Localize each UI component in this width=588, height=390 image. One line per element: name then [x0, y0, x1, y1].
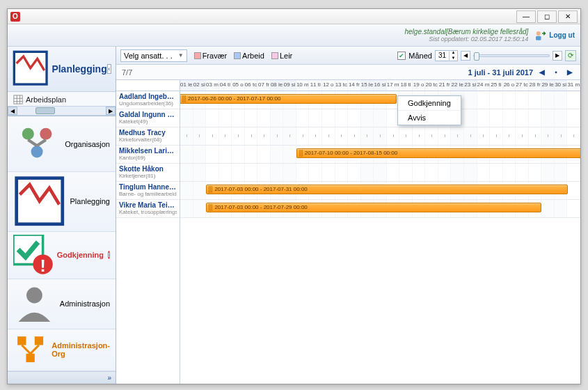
- nav-item-label: Administrasjon: [60, 299, 110, 308]
- expand-more-button[interactable]: »: [107, 374, 111, 382]
- person-row-name[interactable]: Skotte HåkonKirketjener(81): [116, 164, 180, 182]
- person-row-name[interactable]: Vikre Maria TeistedalKateket, trosopplær…: [116, 200, 180, 218]
- alert-badge-icon: !: [108, 251, 110, 259]
- gantt-bar[interactable]: 2017-07-10 00:00 - 2017-08-15 00:00: [296, 148, 580, 158]
- days-spinner[interactable]: 31 ▲▼: [435, 50, 458, 61]
- day-col-11: 11 ti: [309, 80, 322, 91]
- svg-rect-34: [17, 336, 26, 345]
- next-page-button[interactable]: ▶: [553, 51, 562, 61]
- refresh-button[interactable]: ⟳: [565, 50, 576, 61]
- svg-rect-3: [14, 95, 22, 104]
- range-next-button[interactable]: ▶: [565, 68, 575, 77]
- grip-icon: [209, 204, 213, 211]
- combo-label: Velg ansatt. . .: [124, 52, 173, 60]
- chevron-down-icon: ▼: [178, 52, 184, 58]
- gantt-grid[interactable]: 01 le02 si03 m04 ti05 o06 tc07 fr08 le09…: [180, 80, 580, 384]
- gantt-name-column: Aadland IngeborgUngdomsarbeider(36)Galda…: [116, 80, 180, 384]
- scroll-right-button[interactable]: ▶: [106, 107, 116, 115]
- bar-label: 2017-07-10 00:00 - 2017-08-15 00:00: [305, 150, 397, 156]
- zoom-slider[interactable]: [473, 54, 550, 57]
- nav-item-label: Planlegging: [70, 197, 111, 205]
- person-name: Skotte Håkon: [119, 165, 177, 173]
- person-row-name[interactable]: Tinglum Hanne WennbergBarne- og familiea…: [116, 182, 180, 200]
- day-col-8: 08 le: [271, 80, 284, 91]
- gantt-bar[interactable]: 2017-07-03 00:00 - 2017-07-31 00:00: [206, 185, 567, 194]
- day-col-23: 23 si: [464, 80, 477, 91]
- context-menu-avvis[interactable]: Avvis: [398, 111, 461, 125]
- org-orange-icon: [13, 332, 47, 368]
- sidebar: Planlegging ‹ ArbeidsplanTimeregistrerin…: [8, 47, 116, 384]
- gantt-row[interactable]: [180, 127, 580, 146]
- spin-up[interactable]: ▲: [449, 50, 457, 56]
- svg-point-25: [40, 128, 51, 140]
- close-button[interactable]: ✕: [558, 10, 578, 23]
- slider-thumb[interactable]: [474, 52, 479, 61]
- day-col-24: 24 m: [477, 80, 491, 91]
- context-menu: Godkjenning Avvis: [397, 95, 461, 125]
- sidebar-bottom-nav: OrganisasjonPlanlegging!Godkjenning!Admi…: [8, 116, 116, 384]
- scroll-left-button[interactable]: ◀: [8, 107, 17, 115]
- person-row-name[interactable]: Galdal Ingunn BeritKateket(49): [116, 109, 180, 127]
- legend-label: Leir: [280, 52, 292, 60]
- nav-item-organisasjon[interactable]: Organisasjon: [8, 116, 116, 171]
- sidebar-title: Planlegging: [51, 63, 106, 75]
- maned-label: Måned: [408, 52, 432, 60]
- svg-rect-36: [26, 354, 34, 362]
- person-row-name[interactable]: Medhus TracyKirkeforvalter(68): [116, 127, 180, 146]
- org-icon: [13, 119, 61, 168]
- gantt-bar[interactable]: 2017-07-03 00:00 - 2017-07-29 00:00: [206, 203, 541, 212]
- day-col-30: 30 si: [555, 80, 568, 91]
- nav-item-administrasjon[interactable]: Administrasjon: [8, 279, 116, 329]
- sidebar-hscroll[interactable]: ◀ ▶: [8, 106, 116, 116]
- plan-icon: [13, 175, 66, 229]
- bar-label: 2017-06-26 00:00 - 2017-07-17 00:00: [188, 95, 280, 102]
- maned-checkbox[interactable]: ✔: [397, 52, 406, 60]
- sidebar-collapse-button[interactable]: ‹: [107, 64, 111, 74]
- swatch-icon: [271, 52, 278, 59]
- minimize-button[interactable]: —: [516, 10, 536, 23]
- person-name: Vikre Maria Teistedal: [119, 201, 177, 209]
- person-row-name[interactable]: Aadland IngeborgUngdomsarbeider(36): [116, 91, 180, 109]
- tree-label: Arbeidsplan: [26, 95, 66, 104]
- person-name: Tinglum Hanne Wennberg: [119, 183, 177, 191]
- nav-item-planlegging[interactable]: Planlegging: [8, 172, 116, 233]
- nav-item-label: Organisasjon: [65, 140, 110, 148]
- legend-label: Arbeid: [242, 52, 264, 60]
- bar-label: 2017-07-03 00:00 - 2017-07-29 00:00: [214, 204, 307, 210]
- day-col-18: 18 ti: [399, 80, 413, 91]
- employee-combo[interactable]: Velg ansatt. . . ▼: [120, 49, 187, 62]
- gantt-row[interactable]: 2017-07-03 00:00 - 2017-07-31 00:00: [180, 182, 580, 200]
- gantt-row[interactable]: 2017-07-03 00:00 - 2017-07-29 00:00: [180, 200, 580, 218]
- scroll-thumb[interactable]: [35, 107, 55, 114]
- gantt-row[interactable]: 2017-06-26 00:00 - 2017-07-17 00:00: [180, 91, 580, 109]
- tree-item-arbeidsplan[interactable]: Arbeidsplan: [8, 93, 116, 106]
- day-col-21: 21 fr: [438, 80, 452, 91]
- day-col-4: 04 ti: [219, 80, 232, 91]
- spin-down[interactable]: ▼: [449, 56, 457, 61]
- person-row-name[interactable]: Mikkelsen LarissaKantor(69): [116, 146, 180, 164]
- nav-item-godkjenning[interactable]: !Godkjenning!: [8, 232, 116, 279]
- maximize-button[interactable]: ◻: [537, 10, 557, 23]
- toolbar: Velg ansatt. . . ▼ FraværArbeidLeir ✔ Må…: [116, 47, 580, 65]
- nav-item-administrasjon-org[interactable]: Administrasjon-Org: [8, 329, 116, 371]
- swatch-icon: [194, 52, 201, 59]
- grip-icon: [182, 95, 186, 102]
- day-col-5: 05 o: [232, 80, 245, 91]
- gantt-row[interactable]: 2017-07-10 00:00 - 2017-08-15 00:00: [180, 146, 580, 164]
- day-col-1: 01 le: [180, 80, 193, 91]
- day-col-14: 14 fr: [348, 80, 361, 91]
- gantt-bar[interactable]: 2017-06-26 00:00 - 2017-07-17 00:00: [180, 94, 397, 104]
- logout-button[interactable]: Logg ut: [534, 29, 575, 42]
- gantt-row[interactable]: [180, 164, 580, 182]
- gantt-row[interactable]: [180, 109, 580, 127]
- count-label: 7/7: [122, 68, 132, 77]
- svg-point-26: [31, 146, 43, 158]
- day-col-29: 29 le: [541, 80, 555, 91]
- person-role: Ungdomsarbeider(36): [119, 100, 177, 107]
- range-prev-button[interactable]: ◀: [537, 68, 547, 77]
- range-menu-button[interactable]: ▪: [551, 68, 561, 77]
- day-col-13: 13 tc: [335, 80, 349, 91]
- prev-page-button[interactable]: ◀: [461, 51, 470, 61]
- context-menu-godkjenning[interactable]: Godkjenning: [398, 96, 461, 111]
- gantt-area: Aadland IngeborgUngdomsarbeider(36)Galda…: [116, 80, 580, 384]
